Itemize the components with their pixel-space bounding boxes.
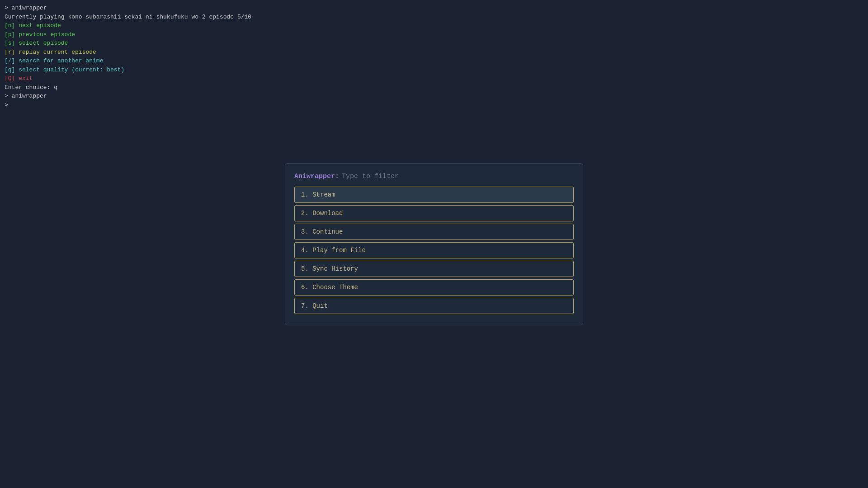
menu-item-stream[interactable]: 1. Stream: [294, 187, 574, 203]
menu-item-choose-theme[interactable]: 6. Choose Theme: [294, 279, 574, 296]
menu-item-quit[interactable]: 7. Quit: [294, 298, 574, 314]
menu-item-play-from-file[interactable]: 4. Play from File: [294, 242, 574, 258]
modal-overlay: Aniwrapper: 1. Stream 2. Download 3. Con…: [0, 0, 868, 488]
menu-item-sync-history[interactable]: 5. Sync History: [294, 261, 574, 277]
modal-dialog: Aniwrapper: 1. Stream 2. Download 3. Con…: [285, 163, 583, 325]
modal-title: Aniwrapper:: [294, 173, 339, 180]
menu-item-download[interactable]: 2. Download: [294, 205, 574, 221]
menu-item-continue[interactable]: 3. Continue: [294, 224, 574, 240]
modal-header: Aniwrapper:: [294, 173, 574, 180]
filter-input[interactable]: [342, 173, 574, 180]
